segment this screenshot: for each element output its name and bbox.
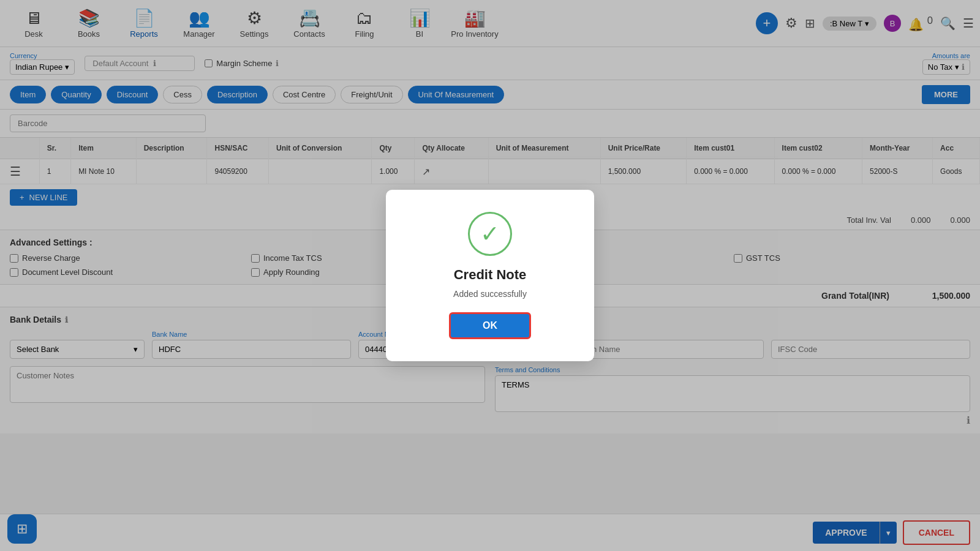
modal-overlay: ✓ Credit Note Added successfully OK (0, 0, 980, 551)
success-modal: ✓ Credit Note Added successfully OK (386, 190, 594, 361)
modal-subtitle: Added successfully (453, 289, 527, 299)
modal-title: Credit Note (454, 267, 527, 283)
checkmark-icon: ✓ (480, 222, 500, 246)
check-circle: ✓ (468, 212, 512, 256)
modal-ok-button[interactable]: OK (449, 312, 531, 339)
